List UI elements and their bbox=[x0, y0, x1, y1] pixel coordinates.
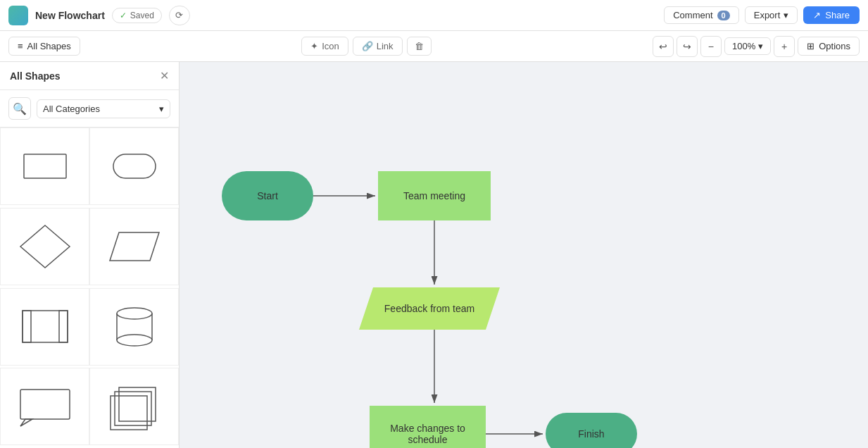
options-icon: ⊞ bbox=[807, 41, 814, 51]
icon-label: Icon bbox=[322, 41, 339, 51]
search-icon: 🔍 bbox=[13, 102, 27, 116]
category-label: All Categories bbox=[43, 104, 100, 114]
toolbar-center: ✦ Icon 🔗 Link 🗑 bbox=[300, 37, 432, 56]
node-start[interactable]: Start bbox=[222, 171, 313, 220]
zoom-out-button[interactable]: − bbox=[700, 36, 722, 57]
svg-point-10 bbox=[117, 335, 152, 346]
history-button[interactable]: ⟳ bbox=[169, 6, 190, 25]
search-button[interactable]: 🔍 bbox=[8, 97, 31, 120]
svg-rect-1 bbox=[113, 154, 156, 178]
share-icon: ↗ bbox=[813, 10, 821, 20]
node-team-label: Team meeting bbox=[403, 190, 465, 201]
node-feedback-label: Feedback from team bbox=[384, 303, 474, 314]
shape-pages[interactable] bbox=[89, 368, 179, 445]
share-label: Share bbox=[825, 10, 850, 20]
svg-rect-0 bbox=[24, 154, 66, 178]
shapes-panel-toggle[interactable]: ≡ All Shapes bbox=[8, 37, 80, 56]
undo-icon: ↩ bbox=[659, 41, 667, 52]
comment-count-badge: 0 bbox=[717, 11, 730, 20]
export-label: Export bbox=[754, 10, 781, 20]
node-team-meeting[interactable]: Team meeting bbox=[378, 171, 491, 220]
link-button[interactable]: 🔗 Link bbox=[353, 37, 403, 56]
svg-rect-4 bbox=[23, 311, 68, 342]
options-label: Options bbox=[819, 41, 850, 51]
app-logo bbox=[8, 6, 28, 25]
node-make-changes[interactable]: Make changes to schedule bbox=[370, 406, 486, 448]
sidebar-title: All Shapes bbox=[10, 70, 61, 82]
shape-message[interactable] bbox=[0, 368, 89, 445]
shape-parallelogram[interactable] bbox=[89, 208, 179, 285]
shape-diamond[interactable] bbox=[0, 208, 89, 285]
history-icon: ⟳ bbox=[175, 10, 183, 20]
main-area: All Shapes ✕ 🔍 All Categories ▾ bbox=[0, 62, 868, 448]
top-bar: New Flowchart ✓ Saved ⟳ Comment 0 Export… bbox=[0, 0, 868, 31]
node-feedback[interactable]: Feedback from team bbox=[359, 287, 500, 330]
toolbar-right: ↩ ↪ − 100% ▾ + ⊞ Options bbox=[653, 36, 860, 57]
svg-rect-14 bbox=[115, 392, 151, 425]
zoom-plus-icon: + bbox=[781, 41, 787, 52]
zoom-minus-icon: − bbox=[708, 41, 714, 52]
shape-rounded-rect[interactable] bbox=[89, 127, 179, 205]
star-icon: ✦ bbox=[310, 41, 318, 51]
share-button[interactable]: ↗ Share bbox=[803, 6, 860, 24]
toolbar-left: ≡ All Shapes bbox=[8, 37, 80, 56]
zoom-in-button[interactable]: + bbox=[774, 36, 795, 57]
export-chevron-icon: ▾ bbox=[784, 10, 788, 20]
top-bar-left: New Flowchart ✓ Saved ⟳ bbox=[8, 6, 190, 25]
sidebar-header: All Shapes ✕ bbox=[0, 62, 179, 90]
svg-rect-6 bbox=[59, 311, 68, 342]
node-changes-label: Make changes to schedule bbox=[370, 423, 486, 445]
delete-icon: 🗑 bbox=[415, 41, 424, 51]
shape-filmstrip[interactable] bbox=[0, 288, 89, 366]
options-button[interactable]: ⊞ Options bbox=[798, 37, 860, 56]
svg-marker-2 bbox=[20, 225, 70, 268]
link-label: Link bbox=[377, 41, 394, 51]
shape-cylinder[interactable] bbox=[89, 288, 179, 366]
shapes-panel-label: All Shapes bbox=[27, 41, 71, 51]
svg-point-7 bbox=[117, 308, 152, 319]
saved-check-icon: ✓ bbox=[120, 11, 127, 20]
svg-marker-3 bbox=[110, 232, 159, 261]
app-title: New Flowchart bbox=[35, 10, 105, 21]
svg-rect-13 bbox=[119, 387, 156, 421]
comment-button[interactable]: Comment 0 bbox=[664, 6, 738, 24]
svg-rect-11 bbox=[20, 390, 70, 419]
category-dropdown[interactable]: All Categories ▾ bbox=[37, 99, 170, 118]
icon-button[interactable]: ✦ Icon bbox=[301, 37, 348, 56]
saved-label: Saved bbox=[130, 11, 154, 20]
svg-marker-12 bbox=[20, 419, 32, 426]
canvas-area[interactable]: Start Team meeting Feedback from team Ma… bbox=[180, 62, 868, 448]
comment-label: Comment bbox=[673, 10, 712, 20]
undo-button[interactable]: ↩ bbox=[653, 36, 674, 57]
shape-rectangle[interactable] bbox=[0, 127, 89, 205]
hamburger-icon: ≡ bbox=[18, 41, 23, 51]
top-bar-right: Comment 0 Export ▾ ↗ Share bbox=[664, 6, 860, 24]
zoom-level-value: 100% bbox=[732, 41, 755, 51]
zoom-level-display[interactable]: 100% ▾ bbox=[724, 37, 771, 55]
delete-button[interactable]: 🗑 bbox=[407, 37, 432, 56]
export-button[interactable]: Export ▾ bbox=[745, 6, 798, 24]
sidebar-close-button[interactable]: ✕ bbox=[160, 69, 169, 82]
svg-rect-5 bbox=[23, 311, 31, 342]
node-finish[interactable]: Finish bbox=[546, 413, 637, 448]
redo-icon: ↪ bbox=[683, 41, 691, 52]
redo-button[interactable]: ↪ bbox=[677, 36, 698, 57]
node-finish-label: Finish bbox=[578, 428, 604, 440]
saved-status[interactable]: ✓ Saved bbox=[112, 8, 162, 23]
flowchart-arrows bbox=[180, 62, 868, 448]
node-start-label: Start bbox=[257, 190, 278, 201]
sidebar-search-area: 🔍 All Categories ▾ bbox=[0, 90, 179, 127]
zoom-chevron-icon: ▾ bbox=[758, 41, 763, 51]
category-chevron-icon: ▾ bbox=[159, 104, 164, 114]
toolbar: ≡ All Shapes ✦ Icon 🔗 Link 🗑 ↩ ↪ − 100% … bbox=[0, 31, 868, 62]
shapes-grid bbox=[0, 127, 179, 448]
shapes-sidebar: All Shapes ✕ 🔍 All Categories ▾ bbox=[0, 62, 180, 448]
link-icon: 🔗 bbox=[362, 41, 373, 51]
svg-rect-15 bbox=[111, 396, 147, 430]
